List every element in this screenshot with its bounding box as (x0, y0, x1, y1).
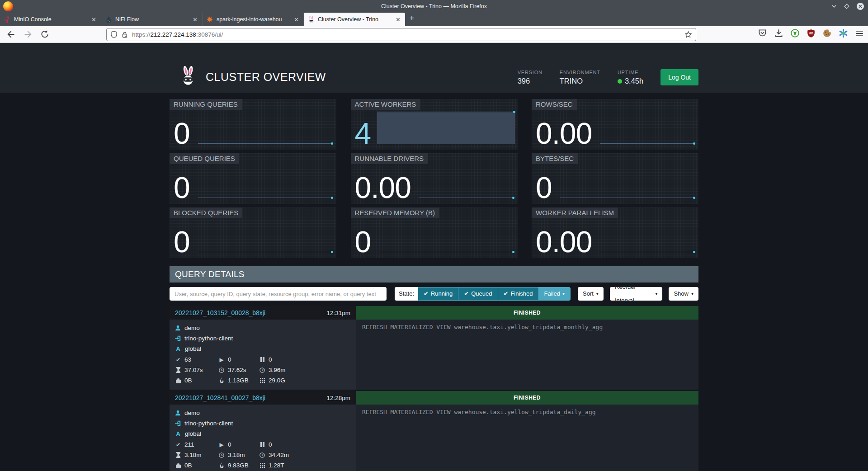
tab-cluster-overview-active[interactable]: Cluster Overview - Trino ✕ (304, 13, 405, 26)
query-resource-group: global (185, 345, 201, 352)
sparkline (600, 143, 695, 144)
url-text[interactable]: https://212.227.224.138:30876/ui/ (132, 31, 223, 38)
url-bar[interactable]: https://212.227.224.138:30876/ui/ (106, 28, 696, 41)
tab-title: Cluster Overview - Trino (318, 16, 392, 23)
cumulative-rows: 1.28T (269, 462, 284, 469)
caret-down-icon: ▾ (596, 287, 599, 301)
tab-spark-notebook[interactable]: spark-ingest-into-warehou ✕ (203, 13, 304, 26)
sparkline (600, 252, 695, 252)
query-sql-text: REFRESH MATERIALIZED VIEW warehouse.taxi… (356, 405, 698, 471)
trino-bunny-icon (307, 16, 315, 23)
cpu-time: 37.62s (228, 367, 246, 373)
tile-value: 0.00 (536, 228, 592, 256)
cookie-extension-icon[interactable] (823, 29, 831, 38)
window-title: Cluster Overview - Trino — Mozilla Firef… (0, 3, 868, 9)
sparkline (560, 198, 695, 198)
close-icon[interactable] (856, 2, 864, 10)
play-icon: ▶ (218, 442, 225, 448)
tab-bar: MinIO Console ✕ NiFi Flow ✕ spark-ingest… (0, 13, 868, 26)
hourglass-icon (175, 367, 181, 373)
queued-splits: 0 (269, 356, 272, 363)
state-filter-label: State: (395, 287, 418, 301)
play-icon: ▶ (218, 357, 225, 363)
gauge-icon (259, 452, 265, 458)
check-icon: ✔ (464, 287, 469, 300)
user-icon (175, 325, 181, 331)
query-id-link[interactable]: 20221027_102841_00027_b8xji (175, 394, 265, 401)
tab-title: NiFi Flow (115, 16, 189, 23)
ublock-icon[interactable]: UO (807, 29, 815, 38)
logout-button[interactable]: Log Out (660, 69, 698, 85)
filter-finished-button[interactable]: ✔Finished (498, 287, 539, 301)
back-icon[interactable] (6, 30, 15, 39)
tile-value: 0 (536, 174, 552, 202)
current-memory: 0B (184, 377, 192, 384)
sparkline-selection (377, 112, 514, 144)
tab-close-icon[interactable]: ✕ (90, 16, 97, 23)
cumulative-rows: 29.0G (269, 377, 285, 384)
menu-icon[interactable] (855, 30, 863, 37)
query-resource-group: global (185, 430, 201, 437)
spark-icon (206, 16, 213, 23)
tile-value: 0.00 (536, 119, 592, 148)
query-state-badge: FINISHED (356, 306, 698, 320)
rows-grid-icon (259, 463, 265, 468)
version-value: 396 (518, 77, 542, 85)
tab-close-icon[interactable]: ✕ (293, 16, 300, 23)
query-row: 20221027_102841_00027_b8xji 12:28pm FINI… (170, 391, 698, 471)
source-login-icon (175, 420, 181, 426)
privacy-mask-extension-icon[interactable] (791, 29, 799, 38)
tile-bytes-sec: BYTES/SEC 0 (532, 153, 698, 204)
bookmark-star-icon[interactable] (684, 31, 692, 38)
uptime-label: UPTIME (618, 70, 643, 75)
tile-value: 0 (174, 119, 190, 148)
tab-title: MinIO Console (14, 16, 87, 23)
sort-dropdown[interactable]: Sort▾ (578, 287, 604, 301)
lock-warning-icon[interactable] (122, 31, 128, 38)
pocket-icon[interactable] (758, 29, 767, 38)
version-stat: VERSION 396 (518, 70, 542, 85)
tab-close-icon[interactable]: ✕ (395, 16, 401, 23)
trino-cluster-overview-page: CLUSTER OVERVIEW VERSION 396 ENVIRONMENT… (0, 43, 868, 471)
rows-grid-icon (259, 378, 265, 383)
query-time: 12:31pm (326, 310, 350, 316)
tab-nifi-flow[interactable]: NiFi Flow ✕ (101, 13, 203, 26)
url-host: 212.227.224.138 (151, 31, 196, 38)
query-search-input[interactable] (170, 287, 387, 301)
tile-label: ACTIVE WORKERS (351, 99, 420, 110)
query-user: demo (184, 410, 200, 416)
completed-splits: 211 (184, 441, 194, 448)
environment-stat: ENVIRONMENT TRINO (560, 70, 600, 85)
sparkline (198, 143, 333, 144)
reorder-interval-dropdown[interactable]: Reorder Interval▾ (610, 287, 663, 301)
tile-reserved-memory: RESERVED MEMORY (B) 0 (351, 207, 518, 258)
minimize-icon[interactable] (831, 3, 837, 9)
sparkline (419, 198, 514, 198)
show-dropdown[interactable]: Show▾ (669, 287, 698, 301)
tab-minio-console[interactable]: MinIO Console ✕ (0, 13, 101, 26)
clock-icon (218, 452, 225, 458)
filter-failed-dropdown[interactable]: Failed▾ (539, 287, 571, 301)
extension-star-icon[interactable] (839, 29, 848, 38)
filter-running-button[interactable]: ✔Running (418, 287, 458, 301)
query-id-link[interactable]: 20221027_103152_00028_b8xji (175, 309, 265, 316)
filter-queued-button[interactable]: ✔Queued (458, 287, 498, 301)
tab-title: spark-ingest-into-warehou (217, 16, 290, 23)
wall-time: 37.07s (184, 367, 203, 373)
query-source: trino-python-client (184, 420, 233, 427)
tile-active-workers: ACTIVE WORKERS 4 (351, 99, 518, 150)
download-icon[interactable] (774, 29, 783, 38)
tracking-shield-icon[interactable] (110, 31, 118, 38)
reload-icon[interactable] (41, 30, 49, 38)
caret-down-icon: ▾ (691, 287, 693, 301)
forward-icon[interactable] (24, 30, 33, 39)
sparkline (198, 198, 333, 198)
peak-memory: 9.83GB (228, 462, 249, 469)
minio-flamingo-icon (4, 16, 11, 23)
check-icon: ✔ (424, 287, 429, 300)
window-titlebar: Cluster Overview - Trino — Mozilla Firef… (0, 0, 868, 13)
page-title: CLUSTER OVERVIEW (206, 71, 326, 85)
new-tab-button[interactable]: + (405, 13, 420, 26)
maximize-icon[interactable] (844, 3, 850, 9)
tab-close-icon[interactable]: ✕ (192, 16, 198, 23)
